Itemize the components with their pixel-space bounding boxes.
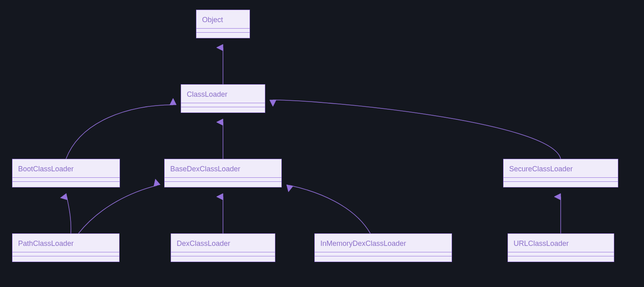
edge-bootclassloader-classloader [66, 105, 173, 159]
class-dexclassloader-label: DexClassLoader [171, 234, 275, 252]
class-classloader: ClassLoader [181, 84, 265, 113]
class-urlclassloader: URLClassLoader [508, 233, 614, 262]
divider [12, 252, 119, 256]
class-urlclassloader-label: URLClassLoader [508, 234, 614, 252]
class-bootclassloader: BootClassLoader [12, 159, 120, 187]
edge-inmem-basedex [290, 185, 370, 233]
class-pathclassloader: PathClassLoader [12, 233, 120, 262]
divider [12, 177, 120, 181]
divider [504, 181, 618, 187]
divider [12, 181, 120, 187]
class-dexclassloader: DexClassLoader [171, 233, 275, 262]
divider [508, 252, 614, 256]
class-basedexclassloader-label: BaseDexClassLoader [165, 159, 281, 177]
edge-secure-classloader [273, 100, 561, 159]
divider [171, 252, 275, 256]
edge-path-basedex [78, 185, 157, 233]
class-secureclassloader: SecureClassLoader [503, 159, 618, 187]
class-bootclassloader-label: BootClassLoader [12, 159, 120, 177]
edge-path-boot [67, 197, 71, 233]
class-pathclassloader-label: PathClassLoader [12, 234, 119, 252]
class-basedexclassloader: BaseDexClassLoader [164, 159, 282, 187]
class-classloader-label: ClassLoader [181, 85, 265, 103]
divider [196, 28, 250, 32]
divider [171, 256, 275, 262]
divider [165, 181, 281, 187]
class-object: Object [196, 10, 250, 38]
divider [508, 256, 614, 262]
divider [196, 32, 250, 38]
divider [315, 252, 452, 256]
class-inmemorydexclassloader: InMemoryDexClassLoader [314, 233, 452, 262]
class-secureclassloader-label: SecureClassLoader [504, 159, 618, 177]
divider [504, 177, 618, 181]
class-object-label: Object [196, 10, 250, 28]
divider [181, 107, 265, 112]
divider [165, 177, 281, 181]
divider [315, 256, 452, 262]
divider [181, 103, 265, 107]
divider [12, 256, 119, 262]
class-inmemorydexclassloader-label: InMemoryDexClassLoader [315, 234, 452, 252]
